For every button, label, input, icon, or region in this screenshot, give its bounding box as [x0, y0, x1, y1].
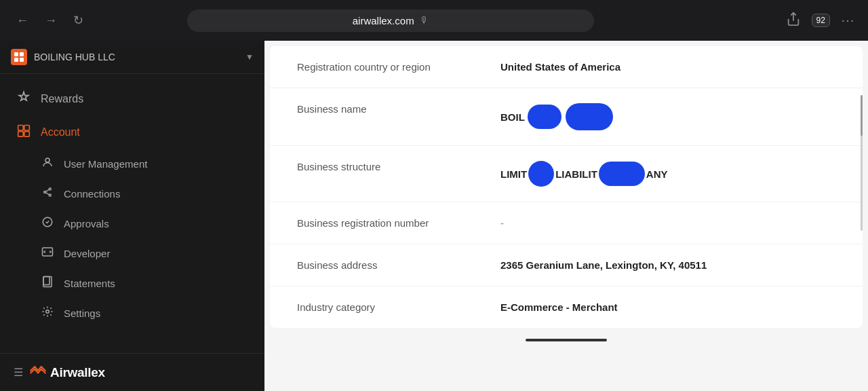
svg-rect-5	[24, 126, 30, 131]
company-icon	[11, 49, 27, 65]
logo-mark-icon	[30, 365, 46, 380]
main-content: Registration country or region United St…	[264, 41, 868, 391]
svg-rect-1	[20, 52, 24, 56]
company-name: BOILING HUB LLC	[34, 52, 239, 62]
svg-point-10	[49, 188, 51, 190]
redact-blob-1	[528, 105, 561, 129]
business-structure-text3: ANY	[646, 168, 668, 180]
business-name-value: BOIL	[500, 103, 835, 130]
sidebar-footer: ☰ Airwallex	[0, 353, 264, 391]
business-structure-text2: LIABILIT	[555, 168, 597, 180]
registration-country-row: Registration country or region United St…	[270, 46, 863, 88]
rewards-label: Rewards	[41, 93, 83, 105]
approvals-label: Approvals	[64, 218, 109, 229]
mic-icon: 🎙	[420, 15, 429, 26]
content-card: Registration country or region United St…	[270, 46, 863, 328]
bottom-bar	[264, 333, 868, 347]
scrollbar-track	[861, 95, 863, 231]
industry-category-label: Industry category	[297, 301, 500, 313]
business-structure-row: Business structure LIMIT LIABILIT ANY	[270, 146, 863, 202]
settings-label: Settings	[64, 308, 100, 319]
forward-button[interactable]: →	[39, 11, 62, 31]
business-address-value: 2365 Geranium Lane, Lexington, KY, 40511	[500, 259, 835, 271]
nav-buttons: ← → ↻	[11, 10, 89, 31]
sidebar-item-user-management[interactable]: User Management	[0, 149, 264, 179]
svg-rect-15	[43, 277, 50, 285]
svg-rect-6	[18, 132, 24, 137]
statements-icon	[41, 276, 54, 291]
logo-text: Airwallex	[50, 365, 105, 380]
hamburger-icon[interactable]: ☰	[14, 366, 23, 379]
sidebar-item-developer[interactable]: Developer	[0, 238, 264, 268]
business-structure-text1: LIMIT	[500, 168, 527, 180]
svg-point-9	[44, 191, 46, 193]
scrollbar-thumb[interactable]	[861, 95, 863, 136]
business-registration-label: Business registration number	[297, 217, 500, 229]
business-structure-label: Business structure	[297, 161, 500, 172]
connections-label: Connections	[64, 188, 120, 200]
settings-icon	[41, 305, 54, 320]
browser-actions: 92 ⋯	[783, 9, 857, 33]
sidebar-item-account[interactable]: Account	[0, 115, 264, 149]
industry-category-row: Industry category E-Commerce - Merchant	[270, 286, 863, 328]
sidebar-item-statements[interactable]: Statements	[0, 268, 264, 298]
approvals-icon	[41, 216, 54, 231]
svg-point-16	[46, 310, 50, 314]
svg-rect-3	[20, 58, 24, 62]
svg-point-8	[45, 158, 50, 162]
url-text: airwallex.com	[353, 15, 414, 26]
redact-blob-3	[528, 161, 554, 187]
registration-country-label: Registration country or region	[297, 61, 500, 73]
sidebar-header[interactable]: BOILING HUB LLC ▼	[0, 41, 264, 74]
more-button[interactable]: ⋯	[838, 10, 857, 31]
developer-icon	[41, 246, 54, 261]
business-name-redacted: BOIL	[500, 103, 835, 130]
business-structure-redacted: LIMIT LIABILIT ANY	[500, 161, 835, 187]
account-label: Account	[41, 126, 80, 138]
business-structure-value: LIMIT LIABILIT ANY	[500, 161, 835, 187]
svg-rect-7	[24, 132, 30, 137]
svg-point-11	[49, 194, 51, 196]
industry-category-value: E-Commerce - Merchant	[500, 301, 835, 313]
rewards-icon	[16, 90, 31, 107]
developer-label: Developer	[64, 248, 110, 259]
app-container: BOILING HUB LLC ▼ Rewards	[0, 41, 868, 391]
browser-chrome: ← → ↻ airwallex.com 🎙 92 ⋯	[0, 0, 868, 41]
redact-blob-4	[599, 162, 645, 186]
back-button[interactable]: ←	[11, 11, 34, 31]
business-address-label: Business address	[297, 259, 500, 271]
statements-label: Statements	[64, 278, 115, 289]
sidebar: BOILING HUB LLC ▼ Rewards	[0, 41, 264, 391]
business-name-row: Business name BOIL	[270, 88, 863, 146]
sub-nav: User Management Connections	[0, 149, 264, 328]
tab-count[interactable]: 92	[812, 14, 830, 27]
sidebar-item-connections[interactable]: Connections	[0, 179, 264, 208]
share-button[interactable]	[783, 9, 804, 33]
svg-rect-0	[14, 52, 18, 56]
business-registration-value: -	[500, 217, 835, 229]
address-bar[interactable]: airwallex.com 🎙	[187, 10, 594, 32]
account-icon	[16, 124, 31, 141]
business-name-text: BOIL	[500, 111, 525, 123]
dropdown-arrow-icon: ▼	[245, 52, 254, 62]
user-management-icon	[41, 156, 54, 171]
redact-blob-2	[566, 103, 613, 130]
reload-button[interactable]: ↻	[68, 10, 89, 31]
business-name-label: Business name	[297, 103, 500, 115]
sidebar-item-settings[interactable]: Settings	[0, 298, 264, 328]
sidebar-nav: Rewards Account	[0, 74, 264, 353]
scroll-indicator	[526, 339, 607, 341]
registration-country-value: United States of America	[500, 61, 835, 73]
connections-icon	[41, 186, 54, 201]
sidebar-item-rewards[interactable]: Rewards	[0, 82, 264, 115]
business-address-row: Business address 2365 Geranium Lane, Lex…	[270, 244, 863, 286]
airwallex-logo: Airwallex	[30, 365, 105, 380]
business-registration-row: Business registration number -	[270, 202, 863, 244]
sidebar-item-approvals[interactable]: Approvals	[0, 208, 264, 238]
user-management-label: User Management	[64, 158, 147, 170]
svg-rect-2	[14, 58, 18, 62]
svg-rect-4	[18, 126, 24, 131]
